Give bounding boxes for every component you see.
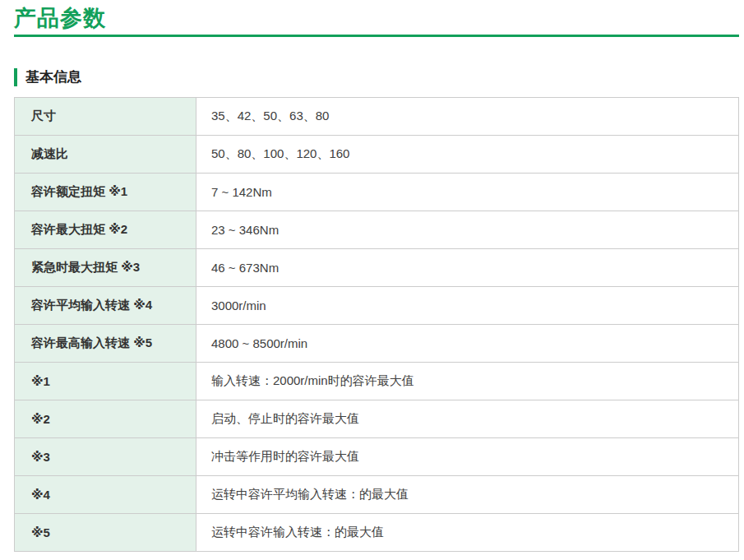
table-row: 紧急时最大扭矩 ※3 46 ~ 673Nm bbox=[15, 249, 739, 287]
param-value-cell: 4800 ~ 8500r/min bbox=[196, 325, 739, 363]
table-row: 容许最高输入转速 ※5 4800 ~ 8500r/min bbox=[15, 325, 739, 363]
param-value-cell: 35、42、50、63、80 bbox=[196, 98, 739, 136]
param-value-cell: 50、80、100、120、160 bbox=[196, 136, 739, 174]
param-label-cell: 容许额定扭矩 ※1 bbox=[15, 174, 196, 211]
page-title: 产品参数 bbox=[14, 6, 739, 37]
param-label-cell: ※3 bbox=[15, 438, 196, 476]
param-label-cell: 容许最大扭矩 ※2 bbox=[15, 211, 196, 249]
table-row: 容许平均输入转速 ※4 3000r/min bbox=[15, 287, 739, 325]
param-label-cell: 容许最高输入转速 ※5 bbox=[15, 325, 196, 363]
section-accent-bar bbox=[14, 68, 17, 86]
params-table-body: 尺寸 35、42、50、63、80 减速比 50、80、100、120、160 … bbox=[15, 98, 739, 552]
param-value-cell: 输入转速：2000r/min时的容许最大值 bbox=[196, 363, 739, 400]
param-value-cell: 冲击等作用时的容许最大值 bbox=[196, 438, 739, 476]
param-label-cell: ※4 bbox=[15, 476, 196, 514]
table-row: 容许额定扭矩 ※1 7 ~ 142Nm bbox=[15, 174, 739, 211]
table-row: ※3 冲击等作用时的容许最大值 bbox=[15, 438, 739, 476]
param-value-cell: 7 ~ 142Nm bbox=[196, 174, 739, 211]
param-value-cell: 运转中容许输入转速：的最大值 bbox=[196, 514, 739, 552]
table-row: 容许最大扭矩 ※2 23 ~ 346Nm bbox=[15, 211, 739, 249]
table-row: 尺寸 35、42、50、63、80 bbox=[15, 98, 739, 136]
param-value-cell: 3000r/min bbox=[196, 287, 739, 325]
param-value-cell: 启动、停止时的容许最大值 bbox=[196, 400, 739, 438]
param-value-cell: 23 ~ 346Nm bbox=[196, 211, 739, 249]
section-header: 基本信息 bbox=[14, 67, 739, 86]
table-row: 减速比 50、80、100、120、160 bbox=[15, 136, 739, 174]
table-row: ※4 运转中容许平均输入转速：的最大值 bbox=[15, 476, 739, 514]
param-value-cell: 运转中容许平均输入转速：的最大值 bbox=[196, 476, 739, 514]
section-title: 基本信息 bbox=[25, 67, 81, 86]
param-label-cell: 容许平均输入转速 ※4 bbox=[15, 287, 196, 325]
param-label-cell: 紧急时最大扭矩 ※3 bbox=[15, 249, 196, 287]
param-label-cell: ※5 bbox=[15, 514, 196, 552]
page-container: 产品参数 基本信息 尺寸 35、42、50、63、80 减速比 50、80、10… bbox=[0, 6, 744, 552]
param-label-cell: ※1 bbox=[15, 363, 196, 400]
param-value-cell: 46 ~ 673Nm bbox=[196, 249, 739, 287]
table-row: ※5 运转中容许输入转速：的最大值 bbox=[15, 514, 739, 552]
basic-info-table: 尺寸 35、42、50、63、80 减速比 50、80、100、120、160 … bbox=[14, 97, 739, 552]
table-row: ※2 启动、停止时的容许最大值 bbox=[15, 400, 739, 438]
param-label-cell: 尺寸 bbox=[15, 98, 196, 136]
param-label-cell: ※2 bbox=[15, 400, 196, 438]
table-row: ※1 输入转速：2000r/min时的容许最大值 bbox=[15, 363, 739, 400]
param-label-cell: 减速比 bbox=[15, 136, 196, 174]
